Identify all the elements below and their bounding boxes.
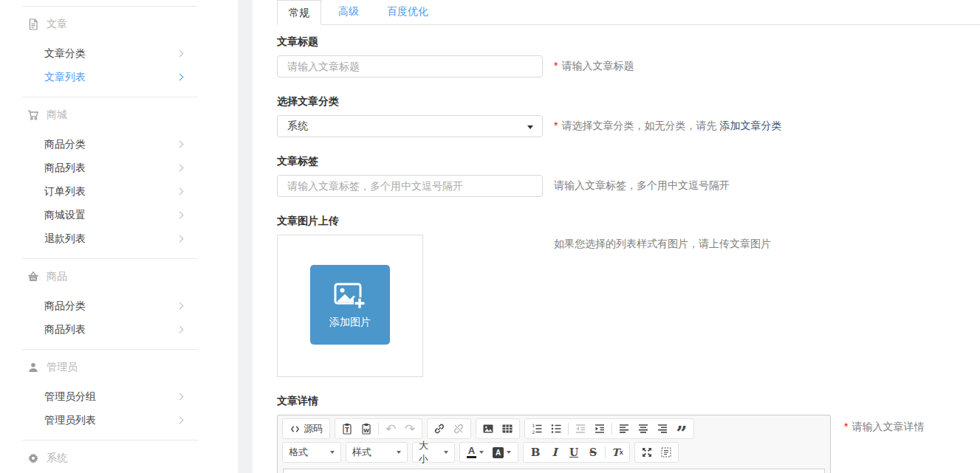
detail-label: 文章详情: [277, 395, 980, 407]
align-right-button[interactable]: [653, 420, 672, 438]
chevron-right-icon: [177, 393, 184, 401]
show-blocks-button[interactable]: [657, 443, 676, 461]
category-label: 选择文章分类: [277, 95, 980, 107]
sidebar-header-goods[interactable]: 商品: [0, 259, 238, 294]
required-asterisk: *: [554, 120, 558, 131]
sidebar-header-article[interactable]: 文章: [0, 7, 238, 42]
select-caret-icon: [527, 125, 533, 129]
detail-hint: *请输入文章详情: [844, 421, 924, 434]
tab-general[interactable]: 常规: [277, 0, 321, 25]
sidebar-item-product-list[interactable]: 商品列表: [0, 156, 238, 180]
bulleted-list-button[interactable]: [546, 420, 566, 438]
paste-text-icon: T: [341, 423, 353, 435]
sidebar-header-admin[interactable]: 管理员: [0, 350, 238, 385]
outdent-icon: [575, 423, 586, 435]
sidebar-item-goods-list[interactable]: 商品列表: [0, 318, 238, 342]
unlink-button[interactable]: [449, 420, 468, 438]
sidebar-header-system[interactable]: 系统: [0, 441, 238, 473]
align-center-button[interactable]: [634, 420, 653, 438]
dropdown-caret-icon: [444, 451, 448, 454]
remove-format-button[interactable]: [608, 443, 627, 461]
maximize-button[interactable]: [637, 443, 657, 461]
form-group-category: 选择文章分类 系统 *请选择文章分类，如无分类，请先添加文章分类: [277, 95, 980, 137]
admin-user-icon: [27, 362, 39, 373]
outdent-button[interactable]: [571, 420, 590, 438]
add-category-link[interactable]: 添加文章分类: [719, 120, 781, 131]
paste-word-button[interactable]: W: [357, 420, 376, 438]
align-left-button[interactable]: [614, 420, 634, 438]
align-left-icon: [618, 423, 630, 435]
sidebar-section-goods: 商品 商品分类 商品列表: [0, 259, 238, 349]
numbered-list-button[interactable]: 12: [527, 420, 546, 438]
sidebar-item-article-categories[interactable]: 文章分类: [0, 42, 238, 66]
align-right-icon: [657, 423, 668, 435]
italic-button[interactable]: [545, 443, 564, 461]
sidebar-header-label: 文章: [47, 18, 67, 31]
form-group-image: 文章图片上传 添加图片: [277, 215, 980, 377]
sidebar-section-article: 文章 文章分类 文章列表: [0, 7, 238, 97]
sidebar-item-refund-list[interactable]: 退款列表: [0, 227, 238, 251]
sidebar-item-mall-settings[interactable]: 商城设置: [0, 204, 238, 227]
sidebar-item-order-list[interactable]: 订单列表: [0, 180, 238, 204]
chevron-right-icon: [177, 417, 184, 424]
tab-advanced[interactable]: 高级: [327, 0, 370, 24]
tags-input[interactable]: [277, 175, 543, 197]
format-dropdown[interactable]: 格式: [282, 442, 341, 463]
image-upload-dropzone: 添加图片: [277, 235, 423, 377]
indent-icon: [594, 423, 606, 435]
form-group-detail: 文章详情 源码 T: [277, 395, 980, 473]
toolbar-separator: [611, 423, 612, 435]
unlink-icon: [453, 423, 465, 435]
category-select[interactable]: 系统: [277, 115, 543, 137]
bold-button[interactable]: [526, 443, 545, 461]
image-icon: [482, 423, 494, 435]
background-color-icon: [493, 447, 504, 458]
goods-basket-icon: [27, 271, 39, 283]
chevron-right-icon: [177, 74, 184, 81]
bulleted-list-icon: [550, 423, 562, 435]
strikethrough-button[interactable]: [583, 443, 603, 461]
sidebar-item-article-list[interactable]: 文章列表: [0, 66, 238, 89]
svg-text:1: 1: [532, 423, 535, 428]
dropdown-caret-icon: [479, 451, 484, 454]
indent-button[interactable]: [590, 420, 609, 438]
dropdown-caret-icon: [330, 451, 335, 454]
sidebar-item-product-categories[interactable]: 商品分类: [0, 133, 238, 156]
insert-image-button[interactable]: [479, 420, 498, 438]
title-input[interactable]: [277, 55, 543, 77]
font-size-dropdown[interactable]: 大小: [412, 442, 455, 463]
blockquote-button[interactable]: [672, 420, 691, 438]
styles-dropdown[interactable]: 样式: [346, 442, 408, 463]
source-button[interactable]: 源码: [285, 420, 327, 438]
title-label: 文章标题: [277, 35, 980, 47]
editor-content-area[interactable]: [283, 469, 825, 473]
editor-toolbar: 源码 T W: [278, 415, 830, 467]
sidebar-item-admin-list[interactable]: 管理员列表: [0, 409, 238, 432]
background-color-button[interactable]: [488, 443, 515, 461]
image-hint: 如果您选择的列表样式有图片，请上传文章图片: [554, 238, 771, 251]
undo-icon[interactable]: [381, 420, 400, 438]
article-icon: [27, 18, 39, 30]
sidebar-item-admin-groups[interactable]: 管理员分组: [0, 385, 238, 409]
table-icon: [501, 423, 513, 435]
sidebar-header-mall[interactable]: 商城: [0, 97, 238, 133]
mall-cart-icon: [27, 109, 39, 121]
chevron-right-icon: [177, 141, 184, 148]
paste-text-button[interactable]: T: [337, 420, 357, 438]
sidebar-item-goods-categories[interactable]: 商品分类: [0, 294, 238, 318]
system-gear-icon: [27, 452, 39, 464]
add-image-button[interactable]: 添加图片: [310, 265, 390, 345]
underline-button[interactable]: [564, 443, 583, 461]
tab-seo[interactable]: 百度优化: [376, 0, 439, 24]
chevron-right-icon: [177, 165, 184, 172]
form-group-tags: 文章标签 请输入文章标签，多个用中文逗号隔开: [277, 155, 980, 197]
text-color-button[interactable]: [462, 443, 488, 461]
insert-table-button[interactable]: [498, 420, 517, 438]
svg-text:2: 2: [532, 429, 535, 435]
sidebar-section-system: 系统 基本信息: [0, 441, 238, 473]
redo-icon[interactable]: [400, 420, 419, 438]
form-group-title: 文章标题 *请输入文章标题: [277, 35, 980, 77]
link-button[interactable]: [430, 420, 449, 438]
dropdown-caret-icon: [507, 451, 511, 454]
source-code-icon: [289, 424, 301, 435]
